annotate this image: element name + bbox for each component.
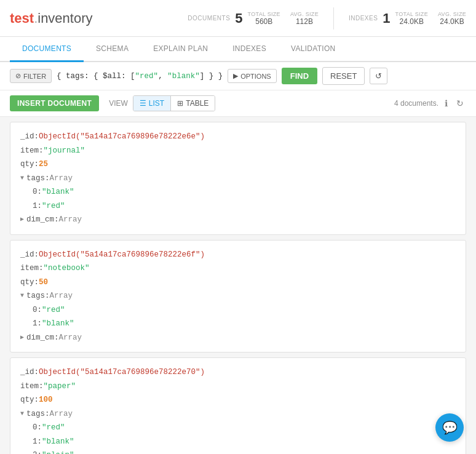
qty-value: 100 (39, 393, 53, 407)
table-label: TABLE (186, 99, 208, 108)
indexes-count: 1 (383, 10, 390, 26)
documents-count: 5 (235, 10, 242, 26)
list-view-button[interactable]: ☰ LIST (133, 96, 171, 111)
action-right: 4 documents. ℹ ↻ (394, 97, 466, 110)
info-button[interactable]: ℹ (442, 97, 450, 110)
header-stats: DOCUMENTS 5 TOTAL SIZE 560B AVG. SIZE 11… (188, 7, 466, 30)
dim-type: Array (59, 213, 82, 227)
doc-qty-line: qty: 50 (20, 276, 456, 290)
tag-index: 0: (33, 303, 42, 317)
item-key: item: (20, 380, 44, 394)
tags-key: tags: (26, 172, 50, 186)
tab-indexes[interactable]: INDEXES (220, 37, 279, 62)
indexes-total-size: TOTAL SIZE 24.0KB (395, 11, 428, 26)
tags-type: Array (50, 407, 73, 421)
document-card: _id: ObjectId("5a14a17ca769896e78222e6f"… (10, 240, 466, 353)
doc-qty-line: qty: 25 (20, 157, 456, 172)
tag-index: 1: (33, 199, 42, 213)
tag-index: 1: (33, 435, 42, 449)
tag-value: "blank" (42, 435, 74, 449)
doc-item-line: item: "notebook" (20, 261, 456, 276)
documents-list: _id: ObjectId("5a14a17ca769896e78222e6e"… (0, 117, 476, 454)
tag-value: "plain" (42, 448, 74, 454)
id-key: _id: (20, 365, 39, 380)
tags-toggle[interactable]: ▼ (20, 408, 24, 420)
tag-value: "blank" (42, 317, 74, 331)
dim-key: dim_cm: (26, 213, 59, 227)
tags-key: tags: (26, 407, 50, 421)
documents-total-size-label: TOTAL SIZE (248, 11, 280, 17)
tag-item: 1: "blank" (20, 435, 456, 449)
indexes-sub-row: TOTAL SIZE 24.0KB AVG. SIZE 24.0KB (395, 11, 466, 26)
indexes-total-size-value: 24.0KB (400, 17, 424, 26)
header: test.inventory DOCUMENTS 5 TOTAL SIZE 56… (0, 0, 476, 37)
doc-dim-line: ▶ dim_cm: Array (20, 213, 456, 227)
history-button[interactable]: ↺ (370, 68, 387, 84)
action-left: INSERT DOCUMENT VIEW ☰ LIST ⊞ TABLE (10, 95, 215, 111)
qty-key: qty: (20, 157, 39, 172)
tag-index: 0: (33, 421, 42, 435)
doc-id-line: _id: ObjectId("5a14a17ca769896e78222e6f"… (20, 248, 456, 262)
tag-item: 0: "red" (20, 303, 456, 317)
tag-value: "blank" (42, 185, 74, 199)
tag-index: 0: (33, 185, 42, 199)
qty-value: 50 (39, 276, 48, 290)
documents-total-size: TOTAL SIZE 560B (248, 11, 280, 26)
tags-key: tags: (26, 289, 50, 303)
filter-button[interactable]: ⊘ FILTER (10, 69, 52, 83)
indexes-avg-size: AVG. SIZE 24.0KB (438, 11, 466, 26)
table-icon: ⊞ (177, 99, 183, 108)
tab-validation[interactable]: VALIDATION (279, 37, 348, 62)
tags-toggle[interactable]: ▼ (20, 290, 24, 301)
tab-documents[interactable]: DOCUMENTS (10, 37, 84, 62)
item-value: "journal" (44, 144, 85, 158)
tab-explain[interactable]: EXPLAIN PLAN (141, 37, 220, 62)
tab-schema[interactable]: SCHEMA (84, 37, 141, 62)
tags-type: Array (50, 172, 73, 186)
document-card: _id: ObjectId("5a14a17ca769896e78222e6e"… (10, 122, 466, 235)
id-key: _id: (20, 248, 39, 262)
tag-value: "red" (42, 421, 65, 435)
dim-toggle[interactable]: ▶ (20, 214, 24, 225)
list-label: LIST (149, 99, 164, 108)
view-toggle: ☰ LIST ⊞ TABLE (133, 95, 215, 111)
doc-tags-line: ▼ tags: Array (20, 407, 456, 421)
qty-value: 25 (39, 157, 48, 172)
logo-test: test (10, 10, 34, 26)
table-view-button[interactable]: ⊞ TABLE (171, 96, 215, 111)
doc-item-line: item: "journal" (20, 144, 456, 158)
dim-toggle[interactable]: ▶ (20, 332, 24, 343)
reset-button[interactable]: RESET (322, 67, 365, 85)
doc-qty-line: qty: 100 (20, 393, 456, 407)
stat-divider (333, 7, 334, 30)
doc-dim-line: ▶ dim_cm: Array (20, 331, 456, 345)
filter-label: FILTER (23, 73, 46, 80)
logo: test.inventory (10, 10, 93, 26)
options-button[interactable]: ▶ OPTIONS (228, 69, 277, 83)
tag-item: 1: "blank" (20, 317, 456, 331)
qty-key: qty: (20, 393, 39, 407)
find-button[interactable]: FIND (282, 68, 317, 84)
id-value: ObjectId("5a14a17ca769896e78222e70") (39, 365, 205, 380)
insert-document-button[interactable]: INSERT DOCUMENT (10, 95, 99, 111)
qty-key: qty: (20, 276, 39, 290)
indexes-label: INDEXES (349, 15, 378, 22)
documents-sub: TOTAL SIZE 560B AVG. SIZE 112B (248, 11, 319, 26)
tag-item: 1: "red" (20, 199, 456, 213)
view-label: VIEW (109, 99, 128, 108)
tag-item: 0: "blank" (20, 185, 456, 199)
refresh-button[interactable]: ↻ (454, 97, 466, 110)
documents-label: DOCUMENTS (188, 15, 230, 22)
tags-type: Array (50, 289, 73, 303)
filter-icon: ⊘ (15, 72, 21, 80)
action-bar: INSERT DOCUMENT VIEW ☰ LIST ⊞ TABLE 4 do… (0, 90, 476, 117)
indexes-total-size-label: TOTAL SIZE (395, 11, 428, 17)
tags-toggle[interactable]: ▼ (20, 173, 24, 184)
indexes-sub: TOTAL SIZE 24.0KB AVG. SIZE 24.0KB (395, 11, 466, 26)
documents-avg-size: AVG. SIZE 112B (290, 11, 319, 26)
chat-bubble[interactable]: 💬 (435, 413, 464, 442)
logo-inventory: inventory (38, 10, 92, 26)
tag-value: "red" (42, 303, 65, 317)
id-key: _id: (20, 130, 39, 144)
documents-sub-row: TOTAL SIZE 560B AVG. SIZE 112B (248, 11, 319, 26)
